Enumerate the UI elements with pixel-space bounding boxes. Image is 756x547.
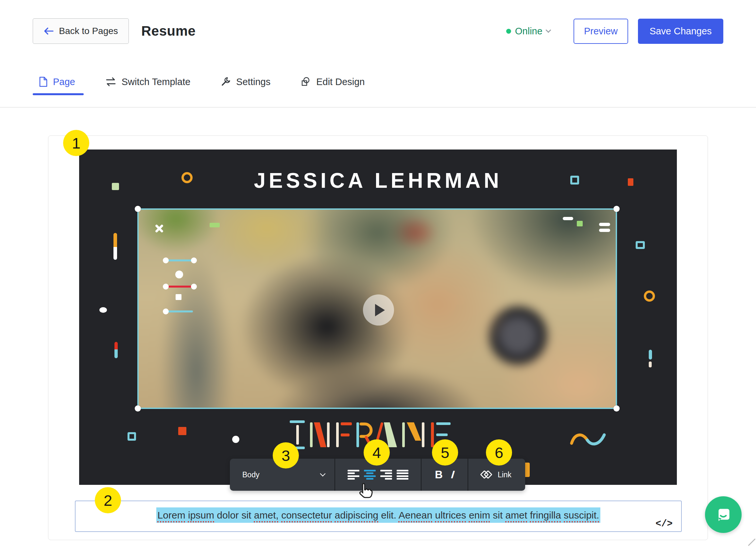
deco-cream-bar [649, 362, 652, 368]
word: Aenean [399, 510, 432, 521]
design-shapes-icon [301, 77, 311, 87]
online-status-label: Online [515, 26, 542, 37]
play-button[interactable] [363, 295, 394, 326]
word: enim [469, 510, 490, 521]
text-style-value: Body [242, 470, 259, 479]
active-tab-underline [33, 93, 84, 95]
deco-orange-ring [181, 172, 193, 183]
word: amet [506, 510, 527, 521]
tab-settings[interactable]: Settings [220, 74, 270, 90]
deco-red-cyan-bar [114, 342, 118, 358]
page-title: Resume [141, 18, 196, 44]
word: ipsum [188, 510, 214, 521]
online-status-dropdown[interactable]: Online [506, 18, 550, 44]
annotation-badge-2: 2 [95, 487, 121, 513]
resize-handle-top-right[interactable] [613, 206, 620, 212]
word: adipiscing [335, 510, 378, 521]
deco-white-dot [175, 270, 183, 279]
deco-white-square [176, 294, 181, 300]
deco-slider-cyan [164, 257, 196, 263]
align-left[interactable] [348, 470, 359, 480]
tab-page[interactable]: Page [39, 74, 75, 90]
deco-cyan-square-outline [636, 241, 645, 249]
selected-text: Lorem ipsum dolor sit amet, consectetur … [156, 507, 601, 523]
deco-orange-ring [644, 291, 655, 302]
resize-handle-top-left[interactable] [135, 206, 141, 212]
hero-name-heading: JESSICA LEHRMAN [79, 168, 677, 193]
tab-edit-design[interactable]: Edit Design [301, 74, 365, 90]
tab-switch-template[interactable]: Switch Template [105, 74, 191, 90]
tabs-divider [0, 107, 756, 108]
word: elit. [381, 510, 396, 521]
resize-handle-bottom-right[interactable] [613, 405, 620, 412]
deco-white-oval [99, 307, 107, 313]
resize-handle-bottom-left[interactable] [135, 405, 141, 412]
hero-section: JESSICA LEHRMAN [79, 149, 677, 485]
annotation-badge-1: 1 [63, 130, 89, 156]
word: suscipit. [564, 510, 599, 521]
back-arrow-icon [43, 27, 54, 35]
word: ultrices [435, 510, 466, 521]
word: sit [241, 510, 251, 521]
chevron-down-icon [320, 471, 326, 477]
annotation-badge-4: 4 [364, 439, 390, 466]
page-icon [39, 77, 48, 87]
chat-launcher-button[interactable] [705, 496, 742, 533]
word: fringilla [530, 510, 561, 521]
link-icon [481, 470, 492, 479]
italic-button[interactable]: I [451, 469, 455, 481]
tab-page-label: Page [53, 77, 75, 87]
tab-edit-design-label: Edit Design [316, 77, 365, 87]
word: dolor [217, 510, 239, 521]
online-status-dot [506, 29, 511, 34]
deco-cyan-bar [649, 350, 652, 360]
deco-green-square [577, 221, 583, 226]
align-right[interactable] [380, 470, 392, 480]
align-justify[interactable] [397, 470, 408, 480]
switch-arrows-icon [105, 77, 116, 87]
deco-red-rect [628, 178, 633, 186]
word: Lorem [158, 510, 185, 521]
deco-slider-cyan [164, 309, 196, 315]
deco-slider-red [164, 284, 196, 290]
chat-bubble-icon [713, 504, 733, 525]
mouse-cursor-pointer [358, 482, 373, 500]
tab-settings-label: Settings [236, 77, 270, 87]
close-icon [154, 223, 164, 233]
save-changes-button[interactable]: Save Changes [638, 19, 723, 44]
bold-button[interactable]: B [435, 469, 443, 481]
annotation-badge-6: 6 [486, 439, 512, 466]
deco-green-square [112, 183, 119, 190]
deco-green-pill [210, 223, 220, 227]
annotation-badge-5: 5 [432, 439, 458, 466]
deco-orange-white-bar [113, 233, 117, 260]
deco-cyan-square-outline [570, 176, 579, 184]
selected-video-image[interactable] [137, 208, 617, 409]
tab-switch-template-label: Switch Template [122, 77, 191, 87]
word: consectetur [281, 510, 332, 521]
photo-of-photographer [139, 210, 616, 408]
annotation-badge-3: 3 [273, 442, 299, 469]
word: sit [493, 510, 503, 521]
link-label: Link [498, 470, 511, 479]
back-to-pages-button[interactable]: Back to Pages [33, 18, 129, 44]
play-icon [375, 304, 385, 316]
word: amet, [254, 510, 279, 521]
code-view-icon[interactable]: </> [656, 519, 673, 529]
deco-white-dash [563, 217, 573, 220]
back-to-pages-label: Back to Pages [59, 26, 118, 36]
chevron-down-icon [545, 27, 551, 33]
page-tabs: Page Switch Template Settings Edit Desig… [39, 74, 365, 90]
window-resize-corner [748, 538, 755, 546]
preview-button[interactable]: Preview [574, 19, 628, 44]
wrench-icon [220, 77, 231, 87]
editable-text-block[interactable]: Lorem ipsum dolor sit amet, consectetur … [75, 501, 682, 532]
align-center[interactable] [364, 470, 376, 480]
